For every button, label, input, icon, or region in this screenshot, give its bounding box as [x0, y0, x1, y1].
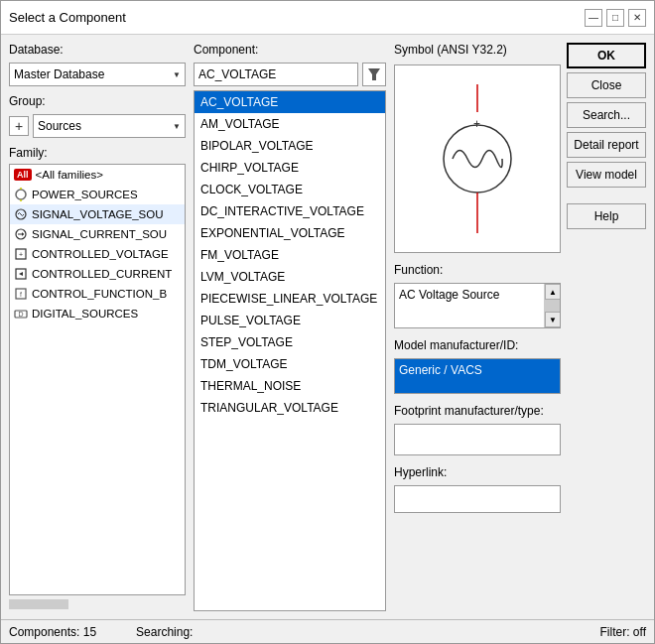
component-header	[194, 63, 386, 86]
window-title: Select a Component	[9, 10, 126, 25]
family-item-power[interactable]: POWER_SOURCES	[10, 185, 185, 204]
search-button[interactable]: Search...	[567, 102, 646, 128]
group-select[interactable]: Sources ▼	[33, 114, 186, 138]
component-label-clock-voltage: CLOCK_VOLTAGE	[200, 183, 303, 196]
component-label-lvm-voltage: LVM_VOLTAGE	[200, 270, 285, 284]
component-item-piecewise[interactable]: PIECEWISE_LINEAR_VOLTAGE	[195, 288, 385, 310]
component-label-pulse: PULSE_VOLTAGE	[200, 314, 301, 327]
group-arrow-icon: ▼	[173, 122, 181, 131]
component-label-am-voltage: AM_VOLTAGE	[200, 117, 280, 131]
svg-text:+: +	[473, 117, 480, 131]
family-item-control-function[interactable]: f CONTROL_FUNCTION_B	[10, 284, 185, 304]
middle-panel: Component: AC_VOLTAGE AM_VOLTAGE BIPOLAR…	[194, 43, 386, 611]
component-item-ac-voltage[interactable]: AC_VOLTAGE	[195, 91, 385, 113]
component-item-pulse[interactable]: PULSE_VOLTAGE	[195, 310, 385, 331]
symbol-and-info: Symbol (ANSI Y32.2)	[394, 43, 561, 513]
title-bar: Select a Component — □ ✕	[1, 1, 654, 35]
detail-report-button[interactable]: Detail report	[567, 132, 646, 158]
component-label-exponential: EXPONENTIAL_VOLTAGE	[200, 226, 345, 240]
group-row: Group:	[9, 94, 186, 110]
select-component-window: Select a Component — □ ✕ Database: Maste…	[0, 0, 655, 644]
database-select[interactable]: Master Database ▼	[9, 63, 186, 86]
close-button[interactable]: ✕	[628, 9, 646, 27]
function-value: AC Voltage Source	[399, 288, 499, 302]
database-label: Database:	[9, 43, 186, 57]
searching-status: Searching:	[136, 625, 193, 639]
component-label-step: STEP_VOLTAGE	[200, 335, 293, 349]
footprint-box	[394, 424, 561, 455]
svg-marker-10	[19, 272, 23, 276]
symbol-svg: +	[418, 84, 537, 233]
main-content: Database: Master Database ▼ Group: + Sou…	[1, 35, 654, 619]
svg-text:D: D	[18, 311, 23, 318]
ok-button[interactable]: OK	[567, 43, 646, 68]
group-value: Sources	[38, 119, 81, 133]
family-item-controlled-voltage[interactable]: + CONTROLLED_VOLTAGE	[10, 244, 185, 264]
filter-button[interactable]	[362, 63, 386, 86]
svg-point-0	[16, 190, 26, 199]
component-item-step[interactable]: STEP_VOLTAGE	[195, 331, 385, 353]
scroll-up-button[interactable]: ▲	[545, 284, 561, 300]
component-item-lvm-voltage[interactable]: LVM_VOLTAGE	[195, 266, 385, 288]
family-name-power: POWER_SOURCES	[32, 189, 138, 200]
component-label-thermal: THERMAL_NOISE	[200, 379, 301, 393]
component-item-dc-interactive[interactable]: DC_INTERACTIVE_VOLTAGE	[195, 200, 385, 222]
view-model-button[interactable]: View model	[567, 162, 646, 188]
add-group-button[interactable]: +	[9, 116, 29, 136]
group-label: Group:	[9, 94, 46, 108]
footprint-label: Footprint manufacturer/type:	[394, 404, 561, 418]
scroll-thumb	[545, 300, 560, 312]
filter-status: Filter: off	[600, 625, 646, 639]
svg-text:f: f	[20, 291, 22, 298]
component-label-triangular: TRIANGULAR_VOLTAGE	[200, 401, 338, 415]
symbol-canvas: +	[395, 65, 560, 252]
component-label-bipolar-voltage: BIPOLAR_VOLTAGE	[200, 139, 314, 153]
component-label-fm-voltage: FM_VOLTAGE	[200, 248, 279, 262]
signal-current-icon	[14, 227, 28, 241]
help-button[interactable]: Help	[567, 203, 646, 229]
model-value: Generic / VACS	[399, 363, 482, 377]
model-label: Model manufacturer/ID:	[394, 338, 561, 352]
signal-voltage-icon	[14, 207, 28, 221]
component-item-am-voltage[interactable]: AM_VOLTAGE	[195, 113, 385, 135]
component-item-bipolar-voltage[interactable]: BIPOLAR_VOLTAGE	[195, 135, 385, 157]
component-label-piecewise: PIECEWISE_LINEAR_VOLTAGE	[200, 292, 377, 306]
horizontal-scrollbar[interactable]	[9, 599, 68, 609]
component-item-fm-voltage[interactable]: FM_VOLTAGE	[195, 244, 385, 266]
family-list: All <All families> POWER_SOURCES SIGNAL_…	[9, 164, 186, 595]
family-item-signal-voltage[interactable]: SIGNAL_VOLTAGE_SOU	[10, 204, 185, 224]
component-item-thermal[interactable]: THERMAL_NOISE	[195, 375, 385, 397]
filter-icon	[368, 68, 380, 80]
component-input[interactable]	[194, 63, 358, 86]
family-name-signal-voltage: SIGNAL_VOLTAGE_SOU	[32, 208, 164, 220]
component-item-triangular[interactable]: TRIANGULAR_VOLTAGE	[195, 397, 385, 419]
family-item-controlled-current[interactable]: CONTROLLED_CURRENT	[10, 264, 185, 284]
left-scrollbar[interactable]	[9, 599, 186, 611]
component-list[interactable]: AC_VOLTAGE AM_VOLTAGE BIPOLAR_VOLTAGE CH…	[194, 90, 386, 611]
family-label: Family:	[9, 146, 186, 160]
component-label-tdm: TDM_VOLTAGE	[200, 357, 288, 371]
component-item-chirp-voltage[interactable]: CHIRP_VOLTAGE	[195, 157, 385, 179]
family-name-controlled-voltage: CONTROLLED_VOLTAGE	[32, 248, 169, 260]
model-box: Generic / VACS	[394, 358, 561, 394]
family-item-digital[interactable]: D DIGITAL_SOURCES	[10, 304, 185, 323]
function-box: AC Voltage Source ▲ ▼	[394, 283, 561, 328]
family-item-signal-current[interactable]: SIGNAL_CURRENT_SOU	[10, 224, 185, 244]
minimize-button[interactable]: —	[585, 9, 602, 27]
close-button-action[interactable]: Close	[567, 72, 646, 98]
svg-point-17	[444, 125, 511, 193]
symbol-title-label: Symbol (ANSI Y32.2)	[394, 43, 561, 57]
scroll-down-button[interactable]: ▼	[545, 312, 561, 327]
family-item-all[interactable]: All <All families>	[10, 165, 185, 185]
component-item-clock-voltage[interactable]: CLOCK_VOLTAGE	[195, 179, 385, 200]
right-panel: Symbol (ANSI Y32.2)	[394, 43, 646, 611]
status-bar: Components: 15 Searching: Filter: off	[1, 619, 654, 643]
family-name-controlled-current: CONTROLLED_CURRENT	[32, 268, 172, 280]
hyperlink-box	[394, 485, 561, 513]
component-item-exponential[interactable]: EXPONENTIAL_VOLTAGE	[195, 222, 385, 244]
function-label: Function:	[394, 263, 561, 277]
component-label-dc-interactive: DC_INTERACTIVE_VOLTAGE	[200, 204, 364, 218]
maximize-button[interactable]: □	[606, 9, 624, 27]
component-item-tdm[interactable]: TDM_VOLTAGE	[195, 353, 385, 375]
database-arrow-icon: ▼	[173, 70, 181, 79]
